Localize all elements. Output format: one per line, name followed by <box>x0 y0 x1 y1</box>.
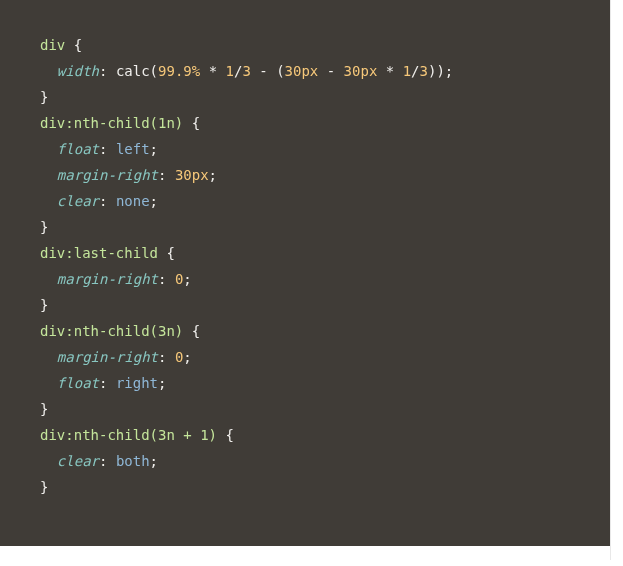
semicolon: ; <box>209 167 217 183</box>
code-line: } <box>40 396 600 422</box>
semicolon: ; <box>150 453 158 469</box>
selector: div:last-child <box>40 245 158 261</box>
semicolon: ; <box>445 63 453 79</box>
indent <box>40 167 57 183</box>
colon: : <box>99 193 116 209</box>
code-line: margin-right: 0; <box>40 266 600 292</box>
indent <box>40 349 57 365</box>
value: none <box>116 193 150 209</box>
indent <box>40 63 57 79</box>
value: 30px <box>175 167 209 183</box>
colon: : <box>99 141 116 157</box>
brace-open: { <box>183 323 200 339</box>
brace-close: } <box>40 219 48 235</box>
brace-close: } <box>40 89 48 105</box>
colon: : <box>99 63 116 79</box>
code-line: width: calc(99.9% * 1/3 - (30px - 30px *… <box>40 58 600 84</box>
brace-open: { <box>217 427 234 443</box>
selector: div:nth-child(1n) <box>40 115 183 131</box>
code-scroll-container[interactable]: div { width: calc(99.9% * 1/3 - (30px - … <box>0 0 611 560</box>
value: calc(99.9% * 1/3 - (30px - 30px * 1/3)) <box>116 63 445 79</box>
code-line: float: left; <box>40 136 600 162</box>
property: margin-right <box>57 271 158 287</box>
colon: : <box>158 271 175 287</box>
brace-close: } <box>40 479 48 495</box>
code-line: margin-right: 0; <box>40 344 600 370</box>
colon: : <box>99 375 116 391</box>
code-line: } <box>40 292 600 318</box>
brace-close: } <box>40 297 48 313</box>
property: clear <box>57 193 99 209</box>
value: right <box>116 375 158 391</box>
selector: div:nth-child(3n + 1) <box>40 427 217 443</box>
property: float <box>57 375 99 391</box>
property: width <box>57 63 99 79</box>
semicolon: ; <box>150 141 158 157</box>
code-block: div { width: calc(99.9% * 1/3 - (30px - … <box>0 0 611 546</box>
code-line: } <box>40 214 600 240</box>
selector: div:nth-child(3n) <box>40 323 183 339</box>
code-line: div:nth-child(3n) { <box>40 318 600 344</box>
code-line: float: right; <box>40 370 600 396</box>
indent <box>40 375 57 391</box>
code-line: } <box>40 474 600 500</box>
semicolon: ; <box>158 375 166 391</box>
property: margin-right <box>57 167 158 183</box>
brace-close: } <box>40 401 48 417</box>
code-line: clear: none; <box>40 188 600 214</box>
semicolon: ; <box>150 193 158 209</box>
code-line: div { <box>40 32 600 58</box>
property: clear <box>57 453 99 469</box>
code-line: } <box>40 84 600 110</box>
indent <box>40 453 57 469</box>
property: float <box>57 141 99 157</box>
brace-open: { <box>183 115 200 131</box>
indent <box>40 271 57 287</box>
colon: : <box>158 167 175 183</box>
code-line: margin-right: 30px; <box>40 162 600 188</box>
indent <box>40 193 57 209</box>
semicolon: ; <box>183 271 191 287</box>
semicolon: ; <box>183 349 191 365</box>
value: left <box>116 141 150 157</box>
property: margin-right <box>57 349 158 365</box>
brace-open: { <box>158 245 175 261</box>
code-line: clear: both; <box>40 448 600 474</box>
code-line: div:nth-child(3n + 1) { <box>40 422 600 448</box>
value: both <box>116 453 150 469</box>
code-line: div:last-child { <box>40 240 600 266</box>
colon: : <box>158 349 175 365</box>
code-line: div:nth-child(1n) { <box>40 110 600 136</box>
indent <box>40 141 57 157</box>
brace-open: { <box>65 37 82 53</box>
selector: div <box>40 37 65 53</box>
colon: : <box>99 453 116 469</box>
